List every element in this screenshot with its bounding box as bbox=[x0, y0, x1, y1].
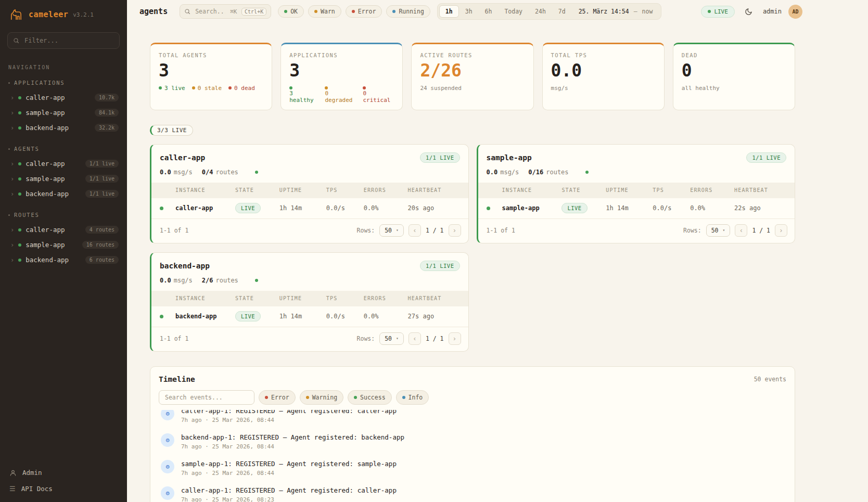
search-shortcut-hint: ⌘K bbox=[230, 8, 237, 15]
col-tps: TPS bbox=[326, 295, 364, 301]
sidebar-footer: Admin ☰ API Docs bbox=[0, 462, 127, 493]
timeline-chip-error[interactable]: Error bbox=[259, 390, 296, 405]
section-header-applications[interactable]: APPLICATIONS bbox=[0, 78, 127, 90]
rows-label: Rows: bbox=[683, 227, 701, 234]
next-page-button[interactable]: › bbox=[449, 224, 461, 237]
gear-icon: ⚙ bbox=[161, 410, 174, 420]
app-tps-unit: msg/s bbox=[174, 169, 193, 176]
stat-cards-row: TOTAL AGENTS 3 3 live 0 stale 0 dead APP… bbox=[150, 43, 795, 110]
filter-chip-error[interactable]: Error bbox=[346, 5, 382, 18]
admin-link[interactable]: Admin bbox=[9, 469, 118, 477]
timeline-events[interactable]: ⚙ caller-app-1: REGISTERED — Agent regis… bbox=[159, 410, 786, 502]
logo-text: cameleer bbox=[29, 10, 68, 19]
timeline-event[interactable]: ⚙ caller-app-1: REGISTERED — Agent regis… bbox=[159, 410, 786, 428]
instance-errors: 0.0% bbox=[364, 313, 408, 320]
sidebar-item-routes-backend-app[interactable]: › backend-app 6 routes bbox=[0, 252, 127, 267]
next-page-button[interactable]: › bbox=[775, 224, 787, 237]
chip-label: OK bbox=[290, 8, 298, 15]
amber-dot bbox=[192, 86, 195, 89]
stat-value: 3 bbox=[289, 62, 394, 80]
timeline-event[interactable]: ⚙ sample-app-1: REGISTERED — Agent regis… bbox=[159, 455, 786, 481]
range-24h[interactable]: 24h bbox=[529, 5, 552, 18]
prev-page-button[interactable]: ‹ bbox=[409, 332, 421, 345]
sidebar-item-applications-caller-app[interactable]: › caller-app 10.7k bbox=[0, 90, 127, 105]
timeline-event[interactable]: ⚙ backend-app-1: REGISTERED — Agent regi… bbox=[159, 428, 786, 455]
filter-chip-warn[interactable]: Warn bbox=[308, 5, 341, 18]
instance-state-badge: LIVE bbox=[561, 203, 587, 213]
dark-mode-toggle[interactable] bbox=[742, 4, 756, 19]
col-uptime: UPTIME bbox=[279, 187, 326, 193]
timeline-chip-warning[interactable]: Warning bbox=[300, 390, 343, 405]
range-end: now bbox=[642, 8, 653, 15]
filter-input[interactable] bbox=[23, 36, 114, 45]
row-range-label: 1-1 of 1 bbox=[160, 335, 188, 342]
sidebar-item-routes-sample-app[interactable]: › sample-app 16 routes bbox=[0, 237, 127, 252]
filter-chip-running[interactable]: Running bbox=[386, 5, 430, 18]
table-footer: 1-1 of 1 Rows: 50 ▾ ‹ 1 / 1 › bbox=[478, 219, 795, 243]
page-indicator: 1 / 1 bbox=[426, 335, 444, 342]
app-routes-value: 2/6 bbox=[202, 277, 213, 284]
rows-per-page-select[interactable]: 50 ▾ bbox=[379, 224, 404, 237]
rows-per-page-select[interactable]: 50 ▾ bbox=[706, 224, 731, 237]
instance-errors: 0.0% bbox=[364, 204, 408, 212]
instance-state-badge: LIVE bbox=[235, 203, 261, 213]
chevron-down-icon: ▾ bbox=[396, 336, 399, 341]
range-7d[interactable]: 7d bbox=[552, 5, 572, 18]
sidebar-item-applications-backend-app[interactable]: › backend-app 32.2k bbox=[0, 120, 127, 135]
table-row[interactable]: backend-app LIVE 1h 14m 0.0/s 0.0% 27s a… bbox=[151, 306, 468, 327]
timeline-chip-info[interactable]: Info bbox=[396, 390, 429, 405]
table-row[interactable]: sample-app LIVE 1h 14m 0.0/s 0.0% 22s ag… bbox=[478, 198, 795, 219]
app-stats-row: 0.0 msg/s 0/16 routes bbox=[478, 166, 795, 183]
live-summary-badge: 3/3 LIVE bbox=[150, 125, 193, 136]
logo-version: v3.2.1 bbox=[73, 11, 94, 18]
instance-table-header: INSTANCE STATE UPTIME TPS ERRORS HEARTBE… bbox=[151, 291, 468, 306]
status-dot bbox=[18, 111, 21, 114]
timeline-event[interactable]: ⚙ caller-app-1: REGISTERED — Agent regis… bbox=[159, 481, 786, 502]
sidebar-item-agents-backend-app[interactable]: › backend-app 1/1 live bbox=[0, 186, 127, 201]
app-live-badge: 1/1 LIVE bbox=[746, 152, 786, 163]
search-input[interactable] bbox=[194, 7, 226, 16]
app-card-title: caller-app bbox=[160, 153, 205, 162]
timeline-search-input[interactable] bbox=[159, 390, 254, 405]
logo[interactable]: cameleer v3.2.1 bbox=[0, 8, 127, 32]
rows-per-page-select[interactable]: 50 ▾ bbox=[379, 332, 404, 345]
nav-section-routes: ROUTES › caller-app 4 routes › sample-ap… bbox=[0, 210, 127, 267]
status-filter-chips: OK Warn Error Running bbox=[278, 5, 430, 18]
prev-page-button[interactable]: ‹ bbox=[409, 224, 421, 237]
error-dot bbox=[265, 396, 268, 399]
stat-value: 2/26 bbox=[420, 62, 525, 80]
api-docs-link[interactable]: ☰ API Docs bbox=[9, 485, 118, 493]
event-time: 7h ago · 25 Mar 2026, 08:44 bbox=[181, 417, 397, 423]
event-time: 7h ago · 25 Mar 2026, 08:23 bbox=[181, 496, 397, 502]
sidebar-item-agents-caller-app[interactable]: › caller-app 1/1 live bbox=[0, 156, 127, 171]
live-label: LIVE bbox=[714, 8, 728, 15]
section-bullet bbox=[8, 148, 10, 150]
prev-page-button[interactable]: ‹ bbox=[735, 224, 747, 237]
next-page-button[interactable]: › bbox=[449, 332, 461, 345]
col-heartbeat: HEARTBEAT bbox=[734, 187, 786, 193]
timeline-chip-success[interactable]: Success bbox=[348, 390, 391, 405]
table-footer: 1-1 of 1 Rows: 50 ▾ ‹ 1 / 1 › bbox=[151, 327, 468, 351]
filter-chip-ok[interactable]: OK bbox=[278, 5, 304, 18]
stat-card-total-tps: TOTAL TPS 0.0 msg/s bbox=[542, 43, 665, 110]
chevron-right-icon: › bbox=[10, 257, 14, 263]
nav-item-badge: 10.7k bbox=[95, 94, 119, 101]
error-dot bbox=[352, 10, 355, 13]
range-3h[interactable]: 3h bbox=[459, 5, 479, 18]
table-row[interactable]: caller-app LIVE 1h 14m 0.0/s 0.0% 20s ag… bbox=[151, 198, 468, 219]
section-header-routes[interactable]: ROUTES bbox=[0, 210, 127, 222]
range-1h[interactable]: 1h bbox=[439, 5, 459, 18]
sidebar-item-agents-sample-app[interactable]: › sample-app 1/1 live bbox=[0, 171, 127, 186]
range-today[interactable]: Today bbox=[498, 5, 529, 18]
chevron-down-icon: ▾ bbox=[723, 228, 725, 233]
range-6h[interactable]: 6h bbox=[479, 5, 499, 18]
info-dot bbox=[402, 396, 405, 399]
datetime-display: 25. März 14:54 — now bbox=[572, 8, 660, 15]
search-icon bbox=[184, 8, 190, 15]
section-header-agents[interactable]: AGENTS bbox=[0, 144, 127, 156]
sidebar-item-applications-sample-app[interactable]: › sample-app 84.1k bbox=[0, 105, 127, 120]
sidebar-item-routes-caller-app[interactable]: › caller-app 4 routes bbox=[0, 222, 127, 237]
app-tps-value: 0.0 bbox=[160, 169, 171, 176]
avatar[interactable]: AD bbox=[788, 5, 802, 19]
app-live-badge: 1/1 LIVE bbox=[420, 152, 460, 163]
